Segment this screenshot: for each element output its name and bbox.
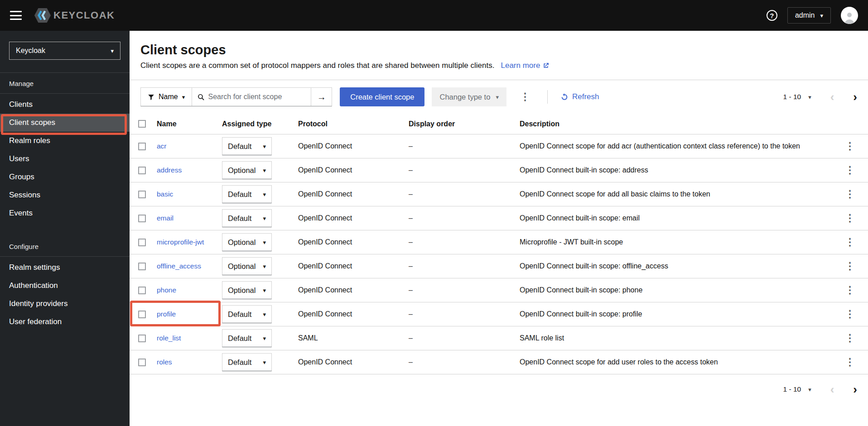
assigned-type-select[interactable]: Default▾ (222, 185, 272, 203)
chevron-down-icon: ▾ (263, 239, 266, 245)
description-cell: OpenID Connect scope for add user roles … (520, 358, 832, 366)
sidebar-item-sessions[interactable]: Sessions (0, 186, 130, 204)
table-row-basic: basicDefault▾OpenID Connect–OpenID Conne… (130, 182, 868, 206)
create-client-scope-button[interactable]: Create client scope (340, 87, 424, 106)
row-kebab-menu[interactable]: ⋮ (841, 163, 858, 177)
row-checkbox[interactable] (138, 191, 146, 198)
assigned-type-select[interactable]: Default▾ (222, 305, 272, 323)
description-cell: OpenID Connect built-in scope: offline_a… (520, 262, 832, 270)
assigned-type-value: Optional (228, 166, 256, 175)
row-kebab-menu[interactable]: ⋮ (841, 187, 858, 201)
chevron-down-icon: ▾ (263, 335, 266, 341)
scope-name-link[interactable]: address (157, 166, 222, 174)
previous-page-button[interactable]: ‹ (830, 383, 834, 395)
assigned-type-select[interactable]: Optional▾ (222, 281, 272, 299)
next-page-button[interactable]: › (853, 91, 857, 103)
hamburger-menu-icon[interactable] (10, 11, 22, 20)
toolbar-kebab-menu[interactable]: ⋮ (516, 90, 534, 104)
row-kebab-menu[interactable]: ⋮ (841, 307, 858, 321)
table-row-email: emailDefault▾OpenID Connect–OpenID Conne… (130, 206, 868, 230)
row-kebab-menu[interactable]: ⋮ (841, 355, 858, 369)
select-all-checkbox[interactable] (138, 120, 146, 128)
assigned-type-select[interactable]: Optional▾ (222, 233, 272, 251)
username-label: admin (795, 11, 815, 19)
row-checkbox[interactable] (138, 239, 146, 246)
sidebar-item-clients[interactable]: Clients (0, 96, 130, 114)
assigned-type-select[interactable]: Default▾ (222, 209, 272, 227)
filter-type-dropdown[interactable]: Name ▾ (141, 88, 192, 106)
scope-name-link[interactable]: basic (157, 190, 222, 198)
table-row-offline-access: offline_accessOptional▾OpenID Connect–Op… (130, 254, 868, 278)
assigned-type-select[interactable]: Default▾ (222, 137, 272, 155)
row-kebab-menu[interactable]: ⋮ (841, 139, 858, 153)
sidebar-item-client-scopes[interactable]: Client scopes (0, 114, 130, 132)
assigned-type-value: Optional (228, 238, 256, 247)
description-cell: Microprofile - JWT built-in scope (520, 238, 832, 246)
chevron-down-icon: ▾ (263, 191, 266, 197)
table-row-microprofile-jwt: microprofile-jwtOptional▾OpenID Connect–… (130, 230, 868, 254)
sidebar-item-realm-roles[interactable]: Realm roles (0, 132, 130, 150)
realm-selector[interactable]: Keycloak ▾ (9, 42, 121, 60)
row-checkbox[interactable] (138, 167, 146, 174)
sidebar-item-user-federation[interactable]: User federation (0, 313, 130, 331)
search-submit-button[interactable]: → (311, 88, 332, 106)
scope-name-link[interactable]: profile (157, 310, 222, 318)
scope-name-link[interactable]: role_list (157, 334, 222, 342)
sidebar-item-events[interactable]: Events (0, 204, 130, 222)
assigned-type-select[interactable]: Optional▾ (222, 161, 272, 179)
row-checkbox[interactable] (138, 359, 146, 366)
column-header-description: Description (520, 120, 832, 128)
sidebar-item-groups[interactable]: Groups (0, 168, 130, 186)
scope-name-link[interactable]: microprofile-jwt (157, 238, 222, 246)
previous-page-button[interactable]: ‹ (830, 91, 834, 103)
protocol-cell: OpenID Connect (298, 358, 409, 366)
chevron-down-icon: ▾ (111, 48, 114, 54)
row-kebab-menu[interactable]: ⋮ (841, 283, 858, 297)
refresh-button[interactable]: Refresh (560, 92, 599, 101)
pagination-dropdown-icon[interactable]: ▾ (808, 94, 811, 100)
scope-name-link[interactable]: offline_access (157, 262, 222, 270)
display-order-cell: – (409, 214, 520, 222)
row-checkbox[interactable] (138, 143, 146, 150)
row-kebab-menu[interactable]: ⋮ (841, 259, 858, 273)
next-page-button[interactable]: › (853, 383, 857, 395)
row-checkbox[interactable] (138, 311, 146, 318)
assigned-type-select[interactable]: Default▾ (222, 329, 272, 347)
row-kebab-menu[interactable]: ⋮ (841, 235, 858, 249)
protocol-cell: OpenID Connect (298, 142, 409, 150)
search-input[interactable] (208, 93, 306, 101)
assigned-type-value: Default (228, 214, 251, 223)
table-row-roles: rolesDefault▾OpenID Connect–OpenID Conne… (130, 350, 868, 374)
row-kebab-menu[interactable]: ⋮ (841, 331, 858, 345)
learn-more-link[interactable]: Learn more (501, 61, 550, 71)
row-kebab-menu[interactable]: ⋮ (841, 211, 858, 225)
sidebar-item-realm-settings[interactable]: Realm settings (0, 258, 130, 277)
display-order-cell: – (409, 142, 520, 150)
row-checkbox[interactable] (138, 335, 146, 342)
sidebar-item-users[interactable]: Users (0, 150, 130, 168)
main-content: Client scopes Client scopes are a common… (130, 31, 868, 426)
protocol-cell: OpenID Connect (298, 310, 409, 318)
help-icon[interactable]: ? (767, 10, 777, 21)
filter-type-label: Name (159, 93, 178, 101)
protocol-cell: SAML (298, 334, 409, 342)
scope-name-link[interactable]: phone (157, 286, 222, 294)
assigned-type-value: Default (228, 358, 251, 367)
assigned-type-select[interactable]: Default▾ (222, 353, 272, 371)
user-menu-dropdown[interactable]: admin ▾ (787, 7, 831, 24)
scope-name-link[interactable]: acr (157, 142, 222, 150)
row-checkbox[interactable] (138, 215, 146, 222)
row-checkbox[interactable] (138, 287, 146, 294)
scope-name-link[interactable]: email (157, 214, 222, 222)
avatar[interactable] (841, 7, 858, 24)
page-description: Client scopes are a common set of protoc… (140, 61, 494, 70)
pagination-dropdown-icon[interactable]: ▾ (808, 387, 811, 392)
row-checkbox[interactable] (138, 263, 146, 270)
top-pagination: 1 - 10 ▾ ‹ › (783, 91, 857, 103)
assigned-type-select[interactable]: Optional▾ (222, 257, 272, 275)
scope-name-link[interactable]: roles (157, 358, 222, 366)
sidebar-item-identity-providers[interactable]: Identity providers (0, 295, 130, 313)
chevron-down-icon: ▾ (263, 168, 266, 173)
sidebar-item-authentication[interactable]: Authentication (0, 277, 130, 295)
change-type-to-dropdown[interactable]: Change type to ▾ (432, 87, 506, 106)
